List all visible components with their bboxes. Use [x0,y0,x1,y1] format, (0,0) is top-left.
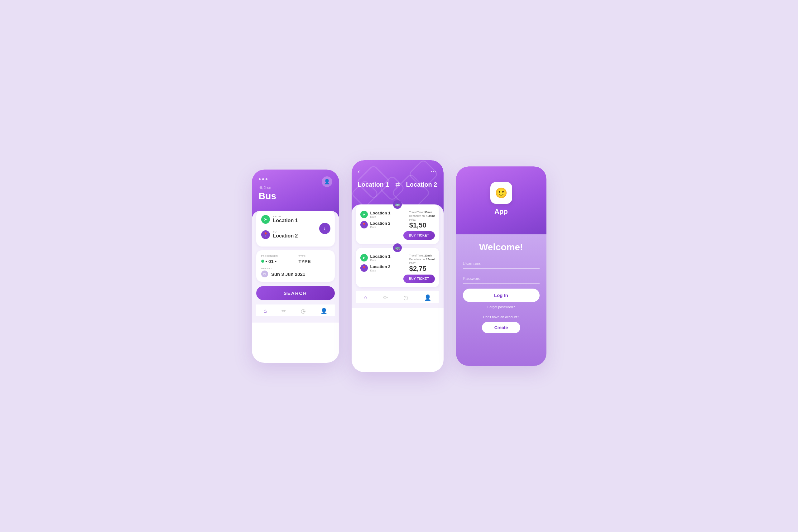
passenger-type-row: PASSENGER • 01 • TYPE TYPE [261,254,330,264]
ticket-1-content: ➤ Location 1 Date 📍 Location 2 Date [360,211,435,240]
dot-1 [259,178,261,180]
greeting-text: Hi, Jhon [259,186,332,189]
ticket-2-to-icon: 📍 [360,264,368,272]
phone2-swap-icon: ⇄ [395,181,400,188]
phone3-body: Welcome! Log In Forgot password? Don't h… [456,234,547,366]
phone2-navbar: ⌂ ✏ ◷ 👤 [356,291,439,303]
ticket-1-right: Travel Time: 30min Departure on: 15mint … [403,211,435,240]
ticket-1-departure: Departure on: 15mint [409,214,435,217]
ticket-2-from-row: ➤ Location 1 Date [360,254,400,262]
ticket-2-to-name: Location 2 [370,264,391,269]
app-icon: 🙂 [490,182,512,204]
ticket-card-2: 🚌 ➤ Location 1 Date 📍 [356,248,439,287]
ticket-2-from-icon: ➤ [360,254,368,262]
phone1-dots [259,178,332,180]
phone-login-screen: 🙂 App Welcome! Log In Forgot password? D… [456,167,547,366]
to-info: TO Location 2 [273,230,298,239]
search-button[interactable]: SEARCH [256,286,335,300]
type-value: TYPE [299,259,330,264]
buy-ticket-button-2[interactable]: BUY TICKET [403,274,435,283]
phone-results-screen: ‹ ··· Location 1 ⇄ Location 2 🚌 ➤ [352,160,443,372]
phone2-from-location: Location 1 [358,181,389,188]
back-button[interactable]: ‹ [358,168,360,175]
ticket-1-to-row: 📍 Location 2 Date [360,221,400,229]
username-input[interactable] [463,259,539,269]
ticket-1-price: $1,50 [409,221,435,229]
ticket-1-to-info: Location 2 Date [370,221,391,229]
ticket-2-travel-time: Travel Time: 20min [409,254,435,257]
passenger-count-row: • 01 • [261,259,292,264]
from-label: FROM [273,215,298,218]
ticket-1-price-label: Price: [409,218,435,221]
to-label: TO [273,230,298,233]
dot-3 [266,178,267,180]
depart-date: Sun 3 Jun 2021 [271,271,305,277]
ticket-2-from-date: Date [370,259,391,262]
type-col: TYPE TYPE [299,254,330,264]
ticket-1-travel-info: Travel Time: 30min Departure on: 15mint … [409,211,435,229]
ticket-2-to-info: Location 2 Date [370,264,391,272]
to-location: Location 2 [273,233,298,239]
ticket-1-left: ➤ Location 1 Date 📍 Location 2 Date [360,211,400,240]
passenger-label: PASSENGER [261,254,292,258]
nav2-edit-icon[interactable]: ✏ [383,294,388,301]
nav-edit-icon[interactable]: ✏ [282,308,286,315]
ticket-2-from-info: Location 1 Date [370,254,391,262]
ticket-2-price-label: Price: [409,262,435,265]
depart-label: DEPART [261,267,330,270]
nav-clock-icon[interactable]: ◷ [301,308,306,315]
avatar-icon[interactable]: 👤 [322,176,332,187]
ticket-2-to-row: 📍 Location 2 Date [360,264,400,272]
phone2-top-row: ‹ ··· [358,168,437,175]
route-card: ➤ FROM Location 1 📍 TO Location 2 ↕ [256,211,335,247]
phone2-to-location: Location 2 [406,181,437,188]
nav-home-icon[interactable]: ⌂ [263,308,267,314]
ticket-2-content: ➤ Location 1 Date 📍 Location 2 Date [360,254,435,283]
ticket-2-right: Travel Time: 20min Departure on: 25mint … [403,254,435,283]
more-menu[interactable]: ··· [431,168,437,174]
ticket-1-from-info: Location 1 Date [370,211,391,218]
ticket-1-from-row: ➤ Location 1 Date [360,211,400,218]
ticket-1-to-date: Date [370,226,391,229]
ticket-2-left: ➤ Location 1 Date 📍 Location 2 Date [360,254,400,283]
dot-green [261,260,264,263]
nav2-user-icon[interactable]: 👤 [424,294,431,301]
dot-2 [262,178,264,180]
depart-icon: ◷ [261,270,268,278]
create-account-button[interactable]: Create [482,322,520,333]
password-input[interactable] [463,274,539,284]
ticket-1-to-name: Location 2 [370,221,391,226]
info-card: PASSENGER • 01 • TYPE TYPE DEPART ◷ Sun [256,250,335,282]
swap-button[interactable]: ↕ [319,223,330,234]
app-icon-emoji: 🙂 [495,187,508,199]
nav2-clock-icon[interactable]: ◷ [403,294,408,301]
phone2-body: 🚌 ➤ Location 1 Date 📍 [352,205,443,308]
bus-icon-1: 🚌 [393,200,402,209]
nav-user-icon[interactable]: 👤 [320,308,327,315]
buy-ticket-button-1[interactable]: BUY TICKET [403,231,435,240]
app-name: App [494,208,508,216]
ticket-2-departure: Departure on: 25mint [409,258,435,261]
ticket-1-from-date: Date [370,215,391,218]
phone1-body: ➤ FROM Location 1 📍 TO Location 2 ↕ [252,211,339,323]
bus-icon-2: 🚌 [393,243,402,252]
to-icon: 📍 [261,230,270,239]
ticket-2-from-name: Location 1 [370,254,391,259]
from-info: FROM Location 1 [273,215,298,224]
ticket-1-to-icon: 📍 [360,221,368,228]
welcome-text: Welcome! [479,242,523,252]
phone2-route-row: Location 1 ⇄ Location 2 [358,181,437,188]
no-account-text: Don't have an account? [483,315,519,319]
passenger-number: • 01 • [266,259,277,264]
passenger-col: PASSENGER • 01 • [261,254,292,264]
depart-row: DEPART ◷ Sun 3 Jun 2021 [261,267,330,278]
forgot-password-link[interactable]: Forgot password? [487,305,515,309]
phone-search-screen: 👤 Hi, Jhon Bus ➤ FROM Location 1 📍 T [252,170,339,363]
from-icon: ➤ [261,215,270,224]
phone3-header: 🙂 App [456,167,547,234]
type-label: TYPE [299,254,330,258]
from-location: Location 1 [273,218,298,223]
nav2-home-icon[interactable]: ⌂ [364,294,367,301]
ticket-1-from-icon: ➤ [360,211,368,218]
login-button[interactable]: Log In [463,289,539,302]
